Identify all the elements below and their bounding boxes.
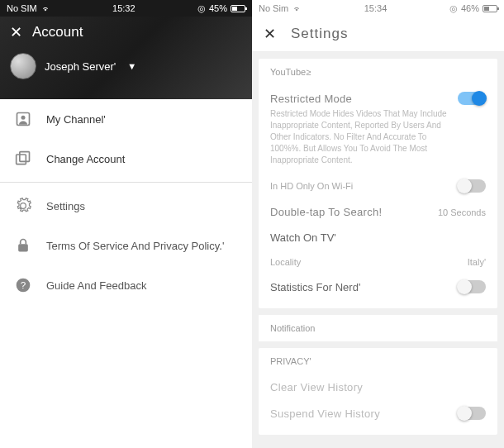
battery-pct: 45% xyxy=(209,3,227,13)
wifi-icon xyxy=(292,5,302,12)
menu-settings[interactable]: Settings xyxy=(0,186,252,226)
accounts-icon xyxy=(15,150,31,167)
suspend-history-label: Suspend View History xyxy=(270,407,380,420)
time-label: 15:32 xyxy=(112,3,136,13)
double-tap-value: 10 Seconds xyxy=(438,207,486,217)
row-double-tap[interactable]: Double-tap To Search! 10 Seconds xyxy=(270,199,486,225)
toggle-restricted[interactable] xyxy=(458,92,486,105)
row-watch-tv[interactable]: Watch On TV' xyxy=(270,225,486,250)
toggle-suspend[interactable] xyxy=(458,407,486,420)
menu-label: Settings xyxy=(46,200,85,212)
user-row[interactable]: Joseph Server' ▼ xyxy=(0,48,252,84)
section-privacy: PRIVACY' xyxy=(270,356,486,366)
carrier-label: No Sim xyxy=(259,3,288,13)
menu-label: Change Account xyxy=(46,153,125,165)
settings-header: ✕ Settings xyxy=(252,17,504,52)
notification-label: Notification xyxy=(270,323,315,333)
settings-title: Settings xyxy=(291,26,348,42)
status-bar-left: No SIM 15:32 ◎ 45% xyxy=(0,0,252,17)
row-suspend-history[interactable]: Suspend View History xyxy=(270,400,486,427)
menu-change-account[interactable]: Change Account xyxy=(0,139,252,179)
row-stats[interactable]: Statistics For Nerd' xyxy=(270,274,486,300)
menu-section-1: My Channel' Change Account xyxy=(0,99,252,179)
status-bar-right: No Sim 15:34 ◎ 46% xyxy=(252,0,504,17)
svg-point-1 xyxy=(21,116,26,120)
avatar xyxy=(10,53,36,79)
hd-wifi-label: In HD Only On Wi-Fi xyxy=(270,181,353,191)
row-locality[interactable]: Locality Italy' xyxy=(270,250,486,274)
carrier-label: No SIM xyxy=(7,3,37,13)
menu-guide[interactable]: ? Guide And Feedback xyxy=(0,265,252,305)
battery-pct: 46% xyxy=(461,3,479,13)
chevron-down-icon: ▼ xyxy=(127,61,136,71)
username: Joseph Server' xyxy=(45,60,116,73)
restricted-mode-label: Restricted Mode xyxy=(270,93,352,105)
account-title: Account xyxy=(32,24,83,41)
time-label: 15:34 xyxy=(364,3,388,13)
battery-alt-icon: ◎ xyxy=(197,3,206,14)
youtube-card: YouTube≥ Restricted Mode Restricted Mode… xyxy=(259,59,497,308)
toggle-stats[interactable] xyxy=(458,280,486,293)
close-icon[interactable]: ✕ xyxy=(264,25,276,43)
double-tap-label: Double-tap To Search! xyxy=(270,206,382,218)
person-box-icon xyxy=(15,111,31,127)
row-hd-wifi[interactable]: In HD Only On Wi-Fi xyxy=(270,173,486,199)
locality-value: Italy' xyxy=(468,257,486,267)
locality-label: Locality xyxy=(270,257,301,267)
account-header: ✕ Account Joseph Server' ▼ xyxy=(0,17,252,99)
wifi-icon xyxy=(40,5,50,12)
privacy-card: PRIVACY' Clear View History Suspend View… xyxy=(259,348,497,435)
clear-history-label: Clear View History xyxy=(270,381,363,393)
gear-icon xyxy=(15,198,31,214)
stats-label: Statistics For Nerd' xyxy=(270,281,360,293)
menu-label: My Channel' xyxy=(46,113,106,126)
settings-panel: No Sim 15:34 ◎ 46% ✕ Settings YouTube≥ R… xyxy=(252,0,504,448)
menu-label: Guide And Feedback xyxy=(46,279,146,292)
account-panel: No SIM 15:32 ◎ 45% ✕ Account Joseph Serv… xyxy=(0,0,252,448)
divider xyxy=(0,182,252,183)
battery-alt-icon: ◎ xyxy=(449,3,458,14)
battery-icon xyxy=(483,5,497,12)
row-clear-history[interactable]: Clear View History xyxy=(270,374,486,400)
svg-rect-4 xyxy=(18,244,28,251)
notification-card[interactable]: Notification xyxy=(259,315,497,341)
watch-tv-label: Watch On TV' xyxy=(270,231,336,244)
svg-rect-2 xyxy=(17,155,26,164)
svg-rect-3 xyxy=(20,152,30,162)
menu-section-2: Settings Terms Of Service And Privacy Po… xyxy=(0,186,252,305)
menu-terms[interactable]: Terms Of Service And Privacy Policy.' xyxy=(0,226,252,265)
menu-label: Terms Of Service And Privacy Policy.' xyxy=(46,240,224,252)
restricted-desc: Restricted Mode Hides Videos That May In… xyxy=(270,108,452,166)
battery-icon xyxy=(231,5,245,12)
toggle-hd-wifi[interactable] xyxy=(458,179,486,193)
close-icon[interactable]: ✕ xyxy=(10,23,22,41)
menu-my-channel[interactable]: My Channel' xyxy=(0,99,252,139)
svg-text:?: ? xyxy=(21,279,26,290)
help-icon: ? xyxy=(15,277,31,293)
lock-icon xyxy=(15,237,31,254)
section-youtube: YouTube≥ xyxy=(270,67,486,77)
